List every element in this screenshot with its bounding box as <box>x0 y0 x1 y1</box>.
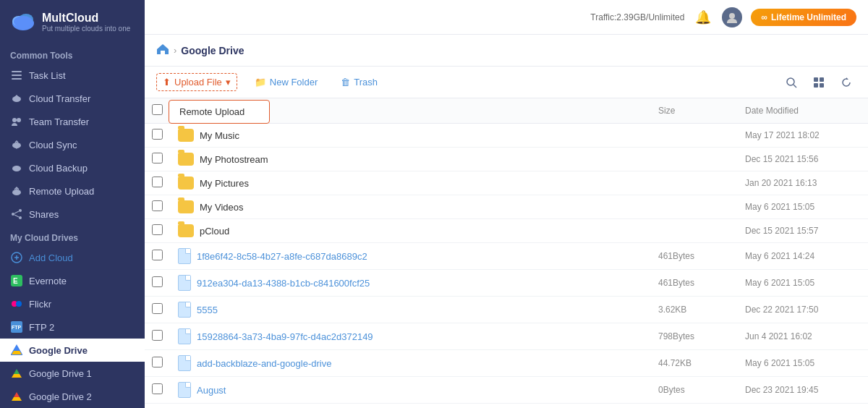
sidebar-item-evernote[interactable]: E Evernote <box>0 269 145 292</box>
gdrive2-icon <box>10 390 23 403</box>
row-checkbox[interactable] <box>152 303 163 314</box>
row-checkbox[interactable] <box>152 383 163 394</box>
svg-rect-4 <box>12 71 22 72</box>
file-table-body: My MusicMay 17 2021 18:02My PhotostreamD… <box>145 124 868 409</box>
row-checkbox-cell <box>145 323 171 350</box>
search-button[interactable] <box>781 72 801 93</box>
cloud-backup-icon <box>10 161 23 174</box>
row-checkbox[interactable] <box>152 177 163 187</box>
row-date: Jan 20 2021 16:13 <box>738 171 868 195</box>
refresh-button[interactable] <box>836 72 856 93</box>
row-size <box>651 124 738 148</box>
notification-bell-icon[interactable]: 🔔 <box>693 7 713 27</box>
row-name-cell[interactable]: My Music <box>171 124 651 147</box>
file-icon <box>178 302 191 318</box>
row-date: May 6 2021 15:05 <box>738 270 868 297</box>
row-date: Dec 15 2021 15:57 <box>738 219 868 243</box>
row-size <box>651 219 738 243</box>
cloud-transfer-icon <box>10 92 23 105</box>
file-table-wrap: Name Size Date Modified My MusicMay 17 2… <box>145 98 868 408</box>
row-name: add-backblaze-and-google-drive <box>197 358 331 369</box>
row-name-cell[interactable]: My Videos <box>171 195 651 218</box>
row-checkbox[interactable] <box>152 153 163 163</box>
sidebar-item-cloud-transfer[interactable]: Cloud Transfer <box>0 87 145 110</box>
table-row: My PhotostreamDec 15 2021 15:56 <box>145 148 868 171</box>
new-folder-button[interactable]: 📁 New Folder <box>249 74 323 90</box>
row-checkbox-cell <box>145 404 171 409</box>
svg-point-8 <box>12 118 17 122</box>
row-name-cell[interactable]: August <box>171 377 651 403</box>
svg-text:E: E <box>13 277 18 285</box>
sidebar: MultCloud Put multiple clouds into one C… <box>0 0 145 408</box>
row-name-cell[interactable]: 15928864-3a73-4ba9-97fc-d4ac2d372149 <box>171 323 651 349</box>
toolbar-right <box>781 72 856 93</box>
row-name-cell[interactable]: 912ea304-da13-4388-b1cb-c841600fcf25 <box>171 270 651 296</box>
row-checkbox-cell <box>145 243 171 270</box>
sidebar-item-flickr[interactable]: Flickr <box>0 292 145 315</box>
topbar: Traffic:2.39GB/Unlimited 🔔 ∞ Lifetime Un… <box>145 0 868 35</box>
row-checkbox-cell <box>145 377 171 404</box>
grid-view-button[interactable] <box>809 72 829 93</box>
row-name-cell[interactable]: 5555 <box>171 297 651 323</box>
new-folder-label: New Folder <box>270 77 318 88</box>
add-cloud-label: Add Cloud <box>29 252 73 263</box>
evernote-icon: E <box>10 274 23 287</box>
cloud-sync-icon <box>10 138 23 151</box>
home-icon[interactable] <box>156 43 169 58</box>
row-name-cell[interactable]: My Pictures <box>171 171 651 195</box>
flickr-icon <box>10 297 23 310</box>
svg-point-9 <box>17 118 21 122</box>
lifetime-button[interactable]: ∞ Lifetime Unlimited <box>751 9 856 26</box>
row-checkbox[interactable] <box>152 250 163 260</box>
google-drive-label: Google Drive <box>29 345 88 356</box>
breadcrumb: › Google Drive <box>145 35 868 67</box>
logo-text: MultCloud Put multiple clouds into one <box>42 12 130 33</box>
sidebar-item-remote-upload[interactable]: Remote Upload <box>0 179 145 203</box>
gdrive-icon <box>10 344 23 357</box>
table-row: cloud-sync18.5KBMay 6 2021 15:05 <box>145 404 868 409</box>
sidebar-item-google-drive-1[interactable]: Google Drive 1 <box>0 362 145 385</box>
row-checkbox[interactable] <box>152 129 163 140</box>
sidebar-item-cloud-sync[interactable]: Cloud Sync <box>0 133 145 156</box>
logo: MultCloud Put multiple clouds into one <box>0 0 145 43</box>
add-cloud-icon <box>10 251 23 264</box>
sidebar-item-shares[interactable]: Shares <box>0 203 145 226</box>
row-name-cell[interactable]: cloud-sync <box>171 404 651 408</box>
svg-point-3 <box>14 16 33 27</box>
row-checkbox-cell <box>145 171 171 195</box>
row-name-cell[interactable]: add-backblaze-and-google-drive <box>171 350 651 376</box>
sidebar-item-cloud-backup[interactable]: Cloud Backup <box>0 156 145 179</box>
row-size <box>651 171 738 195</box>
cloud-transfer-label: Cloud Transfer <box>29 93 90 104</box>
row-date: May 6 2021 15:05 <box>738 195 868 219</box>
row-name-cell[interactable]: My Photostream <box>171 148 651 171</box>
sidebar-item-google-drive[interactable]: Google Drive <box>0 339 145 362</box>
svg-point-20 <box>16 301 22 307</box>
row-checkbox[interactable] <box>152 276 163 287</box>
remote-upload-option[interactable]: Remote Upload <box>169 101 269 123</box>
trash-icon: 🗑 <box>341 77 350 88</box>
google-drive-2-label: Google Drive 2 <box>29 391 92 402</box>
upload-file-button[interactable]: ⬆ Upload File ▾ Remote Upload <box>156 73 237 91</box>
sidebar-item-task-list[interactable]: Task List <box>0 64 145 87</box>
sidebar-item-team-transfer[interactable]: Team Transfer <box>0 110 145 133</box>
row-name-cell[interactable]: pCloud <box>171 219 651 242</box>
trash-button[interactable]: 🗑 Trash <box>335 74 383 90</box>
sidebar-item-add-cloud[interactable]: Add Cloud <box>0 246 145 269</box>
folder-icon <box>178 224 194 237</box>
row-checkbox[interactable] <box>152 357 163 367</box>
sidebar-item-google-drive-2[interactable]: Google Drive 2 <box>0 385 145 408</box>
cloud-sync-label: Cloud Sync <box>29 140 77 150</box>
task-list-label: Task List <box>29 70 66 81</box>
select-all-checkbox[interactable] <box>152 104 163 115</box>
sidebar-item-ftp2[interactable]: FTP FTP 2 <box>0 315 145 339</box>
row-size <box>651 195 738 219</box>
row-checkbox[interactable] <box>152 330 163 341</box>
row-checkbox[interactable] <box>152 224 163 235</box>
avatar[interactable] <box>722 7 742 27</box>
row-name: My Videos <box>200 202 243 213</box>
traffic-info: Traffic:2.39GB/Unlimited <box>590 12 684 22</box>
svg-point-7 <box>12 96 21 102</box>
row-name-cell[interactable]: 1f8e6f42-8c58-4b27-a8fe-c687da8689c2 <box>171 243 651 269</box>
row-checkbox[interactable] <box>152 200 163 211</box>
